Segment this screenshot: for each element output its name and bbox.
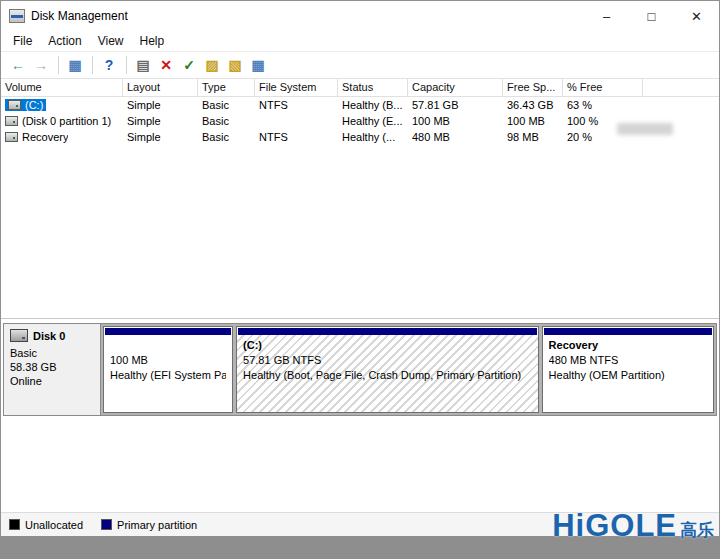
disk-name: Disk 0 xyxy=(33,330,65,342)
maximize-button[interactable]: □ xyxy=(629,1,674,31)
toolbar: ← → ▦ ? ▤ ✕ ✓ ▨ ▧ ▦ xyxy=(1,52,719,79)
volume-cell: (Disk 0 partition 1) xyxy=(1,115,123,127)
menu-action[interactable]: Action xyxy=(40,32,89,50)
free-space-cell: 98 MB xyxy=(503,131,563,143)
pct-free-cell: 63 % xyxy=(563,99,643,111)
properties-icon[interactable]: ▤ xyxy=(132,55,154,76)
screen: Disk Management – □ ✕ File Action View H… xyxy=(0,0,720,559)
menu-file[interactable]: File xyxy=(5,32,40,50)
partition-size: 100 MB xyxy=(110,353,226,368)
column-header-pct-free[interactable]: % Free xyxy=(563,79,643,97)
unallocated-swatch xyxy=(9,519,20,530)
volume-cell: (C:) xyxy=(1,99,123,111)
file-system-cell: NTFS xyxy=(255,131,338,143)
type-cell: Basic xyxy=(198,131,255,143)
partition-recovery[interactable]: Recovery 480 MB NTFS Healthy (OEM Partit… xyxy=(542,326,714,413)
volume: (Disk 0 partition 1) xyxy=(5,115,111,127)
free-space-cell: 100 MB xyxy=(503,115,563,127)
volume-list: Volume Layout Type File System Status Ca… xyxy=(1,79,719,319)
partition-c[interactable]: (C:) 57.81 GB NTFS Healthy (Boot, Page F… xyxy=(236,326,539,413)
mark-active-icon[interactable]: ✓ xyxy=(178,55,200,76)
partition-efi[interactable]: 100 MB Healthy (EFI System Pa xyxy=(103,326,233,413)
forward-icon[interactable]: → xyxy=(30,55,52,76)
partition-name xyxy=(110,338,226,353)
drive-icon xyxy=(5,116,18,126)
partition-name: (C:) xyxy=(243,338,532,353)
column-header-status[interactable]: Status xyxy=(338,79,408,97)
type-cell: Basic xyxy=(198,115,255,127)
type-cell: Basic xyxy=(198,99,255,111)
minimize-button[interactable]: – xyxy=(584,1,629,31)
table-row[interactable]: Recovery Simple Basic NTFS Healthy (... … xyxy=(1,129,719,145)
toolbar-separator xyxy=(126,56,127,74)
legend-label: Unallocated xyxy=(25,519,83,531)
disk-0-info[interactable]: Disk 0 Basic 58.38 GB Online xyxy=(4,324,101,415)
extend-volume-icon[interactable]: ▦ xyxy=(247,55,269,76)
column-header-capacity[interactable]: Capacity xyxy=(408,79,503,97)
primary-partition-swatch xyxy=(101,519,112,530)
partition-color-bar xyxy=(105,328,231,335)
delete-volume-icon[interactable]: ✕ xyxy=(155,55,177,76)
capacity-cell: 100 MB xyxy=(408,115,503,127)
help-icon[interactable]: ? xyxy=(98,55,120,76)
layout-cell: Simple xyxy=(123,115,198,127)
disk-management-window: Disk Management – □ ✕ File Action View H… xyxy=(0,0,720,537)
partition-body: (C:) 57.81 GB NTFS Healthy (Boot, Page F… xyxy=(237,335,538,412)
layout-cell: Simple xyxy=(123,99,198,111)
legend-item-unallocated: Unallocated xyxy=(9,519,83,531)
file-system-cell: NTFS xyxy=(255,99,338,111)
status-cell: Healthy (B... xyxy=(338,99,408,111)
partition-body: 100 MB Healthy (EFI System Pa xyxy=(104,335,232,412)
table-row[interactable]: (Disk 0 partition 1) Simple Basic Health… xyxy=(1,113,719,129)
partition-status: Healthy (EFI System Pa xyxy=(110,368,226,383)
column-header-free-space[interactable]: Free Sp... xyxy=(503,79,563,97)
disk-size: 58.38 GB xyxy=(10,360,94,374)
back-icon[interactable]: ← xyxy=(7,55,29,76)
menu-help[interactable]: Help xyxy=(132,32,173,50)
volume-name: (C:) xyxy=(25,99,43,111)
partition-name: Recovery xyxy=(549,338,707,353)
partition-size: 57.81 GB NTFS xyxy=(243,353,532,368)
open-folder-icon[interactable]: ▧ xyxy=(224,55,246,76)
table-row[interactable]: (C:) Simple Basic NTFS Healthy (B... 57.… xyxy=(1,97,719,113)
disk-0-row: Disk 0 Basic 58.38 GB Online 100 MB Heal… xyxy=(3,323,717,416)
close-button[interactable]: ✕ xyxy=(674,1,719,31)
drive-icon xyxy=(8,100,21,110)
column-header-layout[interactable]: Layout xyxy=(123,79,198,97)
menu-bar: File Action View Help xyxy=(1,31,719,52)
legend-label: Primary partition xyxy=(117,519,197,531)
disk-management-app-icon xyxy=(9,9,25,23)
toolbar-separator xyxy=(58,56,59,74)
partition-body: Recovery 480 MB NTFS Healthy (OEM Partit… xyxy=(543,335,713,412)
change-letter-icon[interactable]: ▨ xyxy=(201,55,223,76)
title-bar: Disk Management – □ ✕ xyxy=(1,1,719,31)
partitions: 100 MB Healthy (EFI System Pa (C:) 57.81… xyxy=(101,324,716,415)
capacity-cell: 57.81 GB xyxy=(408,99,503,111)
volume-name: (Disk 0 partition 1) xyxy=(22,115,111,127)
higole-watermark: HiGOLE 高乐 xyxy=(552,513,714,539)
watermark-brand: HiGOLE xyxy=(552,513,677,539)
column-header-type[interactable]: Type xyxy=(198,79,255,97)
volume: Recovery xyxy=(5,131,68,143)
column-header-volume[interactable]: Volume xyxy=(1,79,123,97)
disk-type: Basic xyxy=(10,346,94,360)
selected-volume: (C:) xyxy=(5,99,46,111)
menu-view[interactable]: View xyxy=(90,32,132,50)
capacity-cell: 480 MB xyxy=(408,131,503,143)
status-cell: Healthy (E... xyxy=(338,115,408,127)
console-tree-icon[interactable]: ▦ xyxy=(64,55,86,76)
column-header-filler xyxy=(643,79,719,97)
legend-item-primary-partition: Primary partition xyxy=(101,519,197,531)
free-space-cell: 36.43 GB xyxy=(503,99,563,111)
volume-name: Recovery xyxy=(22,131,68,143)
window-controls: – □ ✕ xyxy=(584,1,719,31)
drive-icon xyxy=(5,132,18,142)
column-header-file-system[interactable]: File System xyxy=(255,79,338,97)
disk-icon xyxy=(10,329,28,342)
partition-color-bar xyxy=(544,328,712,335)
partition-size: 480 MB NTFS xyxy=(549,353,707,368)
partition-status: Healthy (Boot, Page File, Crash Dump, Pr… xyxy=(243,368,532,383)
layout-cell: Simple xyxy=(123,131,198,143)
partition-status: Healthy (OEM Partition) xyxy=(549,368,707,383)
watermark-cjk: 高乐 xyxy=(680,522,714,539)
